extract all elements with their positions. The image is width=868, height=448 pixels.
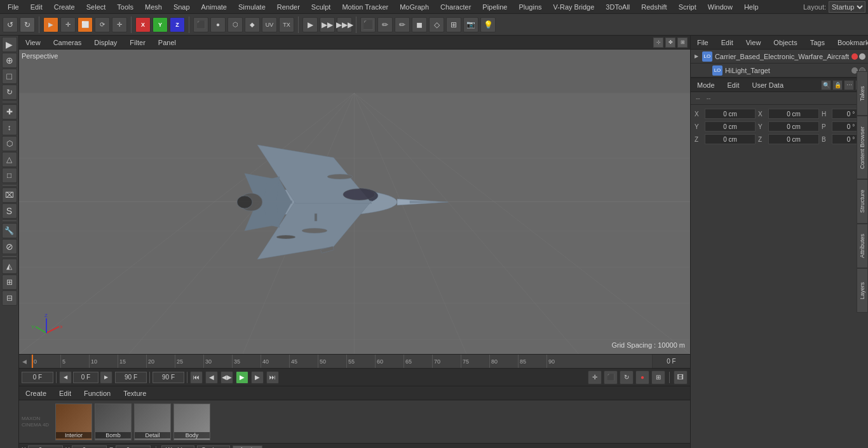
tool-13[interactable]: ⊘ [2,239,17,254]
prev-frame-button[interactable]: ◀ [205,371,218,384]
attr-search-icon[interactable]: 🔍 [821,80,831,90]
menu-mesh[interactable]: Mesh [140,2,167,12]
menu-animate[interactable]: Animate [196,2,232,12]
redo-button[interactable]: ↻ [20,17,35,32]
menu-tools[interactable]: Tools [112,2,139,12]
panel-menu[interactable]: Panel [154,37,180,48]
menu-3dtoall[interactable]: 3DToAll [600,2,635,12]
mode-scale-button[interactable]: ⬜ [78,17,93,32]
menu-pipeline[interactable]: Pipeline [477,2,512,12]
current-frame-input[interactable] [73,372,98,383]
attr-x2-input[interactable] [768,109,819,119]
menu-motion-tracker[interactable]: Motion Tracker [337,2,393,12]
axis-y-button[interactable]: Y [153,17,168,32]
end-frame-input[interactable] [115,372,147,383]
mat-edit[interactable]: Edit [55,388,75,398]
menu-file[interactable]: File [3,2,24,12]
tool-12[interactable]: 🔧 [2,223,17,238]
obj-tags-menu[interactable]: Tags [806,37,829,48]
vp-icon-nav[interactable]: ✤ [665,37,675,48]
light-button[interactable]: 💡 [480,17,496,32]
menu-redshift[interactable]: Redshift [636,2,672,12]
terrain-button[interactable]: ◼ [412,17,427,32]
tool-15[interactable]: ⊞ [2,275,17,290]
menu-help[interactable]: Help [739,2,764,12]
obj-objects-menu[interactable]: Objects [770,37,801,48]
attr-mode-menu[interactable]: Mode [693,80,719,90]
texture-button[interactable]: TX [279,17,294,32]
film-icon[interactable]: 🎞 [674,370,688,384]
menu-simulate[interactable]: Simulate [233,2,271,12]
attr-z1-input[interactable] [705,134,756,144]
mode-transform-button[interactable]: ✛ [112,17,127,32]
object-item-aircraft[interactable]: ▶ LO Carrier_Based_Electronic_Warfare_Ai… [691,50,868,64]
pen-button[interactable]: ✏ [377,17,393,32]
cube-button[interactable]: ⬛ [360,17,376,32]
tool-1[interactable]: ▶ [2,37,17,52]
camera-button[interactable]: 📷 [463,17,478,32]
brush-button[interactable]: ◇ [429,17,444,32]
attr-x1-input[interactable] [705,109,756,119]
uv-button[interactable]: UV [262,17,277,32]
layout-select[interactable]: Startup [829,1,865,13]
polygon-button[interactable]: ◆ [245,17,260,32]
object-item-hilight[interactable]: LO HiLight_Target [691,64,868,78]
tool-5[interactable]: ✚ [2,104,17,119]
move-icon[interactable]: ✛ [588,370,602,384]
mode-move-button[interactable]: ✛ [60,17,76,32]
record-icon[interactable]: ● [635,370,649,384]
menu-snap[interactable]: Snap [168,2,195,12]
menu-script[interactable]: Script [674,2,702,12]
go-start-button[interactable]: ⏮ [190,371,203,384]
attr-more-icon[interactable]: ⋯ [844,80,854,90]
render-view-button[interactable]: ▶ [302,17,318,32]
menu-render[interactable]: Render [272,2,305,12]
vp-icon-frame[interactable]: ⊞ [677,37,688,48]
start-frame-input[interactable] [22,372,53,383]
view-menu[interactable]: View [22,37,44,48]
tool-6[interactable]: ↕ [2,120,17,135]
display-menu[interactable]: Display [90,37,121,48]
coord-y-input[interactable] [72,445,107,449]
coord-world-select[interactable]: World [161,445,194,449]
mat-function[interactable]: Function [80,388,114,398]
rotate-icon[interactable]: ↻ [620,370,634,384]
attr-userdata-menu[interactable]: User Data [749,80,788,90]
side-tab-structure[interactable]: Structure [857,179,868,224]
cameras-menu[interactable]: Cameras [50,37,86,48]
mode-rotate-button[interactable]: ⟳ [95,17,110,32]
material-bomb[interactable]: Bomb [95,404,132,440]
menu-character[interactable]: Character [435,2,476,12]
tool-3[interactable]: □ [2,69,17,84]
edge-button[interactable]: ⬡ [227,17,243,32]
grid-icon[interactable]: ⊞ [651,370,665,384]
play-back-button[interactable]: ◀▶ [220,371,233,384]
viewport[interactable]: Perspective Grid Spacing : 10000 m X Y Z [19,50,690,354]
tool-8[interactable]: △ [2,152,17,167]
attr-y2-input[interactable] [768,121,819,132]
sketch-button[interactable]: ✏ [395,17,410,32]
tool-7[interactable]: ⬡ [2,136,17,151]
obj-expand-aircraft[interactable]: ▶ [693,53,700,60]
obj-edit-menu[interactable]: Edit [717,37,737,48]
axis-x-button[interactable]: X [135,17,151,32]
coord-x-input[interactable] [28,445,63,449]
mat-texture[interactable]: Texture [119,388,150,398]
menu-edit[interactable]: Edit [25,2,48,12]
obj-view-menu[interactable]: View [742,37,765,48]
material-detail[interactable]: Detail [134,404,171,440]
apply-button[interactable]: Apply [233,445,262,449]
vp-icon-lock[interactable]: ⊹ [653,37,663,48]
axis-z-button[interactable]: Z [170,17,185,32]
attr-lock-icon[interactable]: 🔒 [832,80,843,90]
tool-4[interactable]: ↻ [2,85,17,100]
side-tab-attributes[interactable]: Attributes [857,224,868,268]
tool-2[interactable]: ⊕ [2,53,17,68]
undo-button[interactable]: ↺ [3,17,18,32]
play-button[interactable]: ▶ [236,371,248,384]
timeline-ruler[interactable]: 0 5 10 15 20 25 30 35 40 45 50 55 60 65 … [31,355,652,368]
render-button[interactable]: ▶▶ [320,17,335,32]
obj-bookmarks-menu[interactable]: Bookmarks [834,37,868,48]
tool-16[interactable]: ⊟ [2,290,17,306]
side-tab-takes[interactable]: Takes [857,71,868,116]
